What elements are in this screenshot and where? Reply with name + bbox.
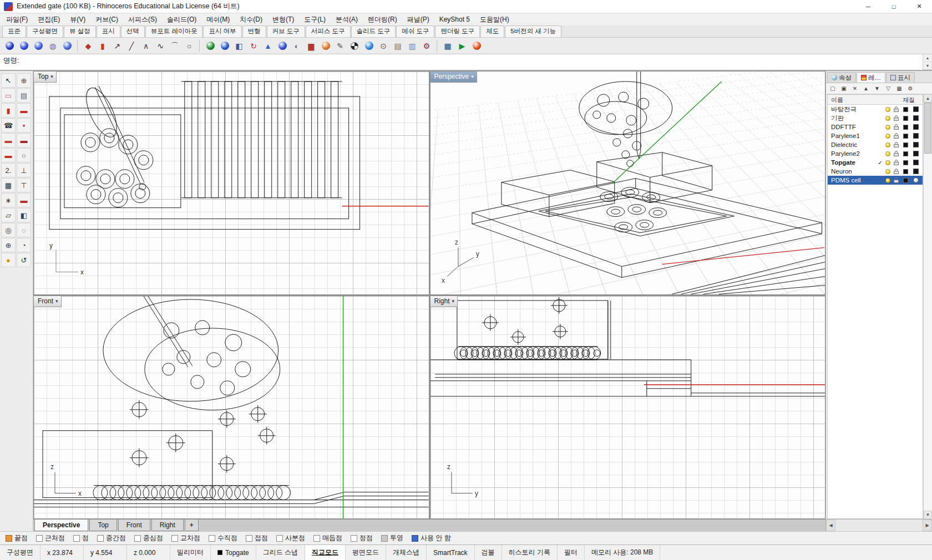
- status-cell-6[interactable]: 그리드 스냅: [256, 545, 305, 560]
- layer-tools-button[interactable]: ⚙: [905, 84, 915, 93]
- phone-button[interactable]: ☎: [1, 118, 16, 133]
- car-red-button[interactable]: ▬: [1, 148, 16, 162]
- paint-spray-button[interactable]: ▮: [1, 103, 16, 118]
- keyshot-render-button[interactable]: ▶: [455, 39, 469, 53]
- status-cell-3[interactable]: z 0.000: [127, 545, 170, 560]
- osnap-item-7[interactable]: 접점: [246, 533, 268, 543]
- eraser-button[interactable]: ▭: [1, 88, 16, 103]
- toolbar-tab-13[interactable]: 제도: [480, 26, 504, 37]
- material-checker-button[interactable]: [348, 39, 361, 53]
- minimize-button[interactable]: ─: [855, 0, 881, 13]
- toolbar-tab-10[interactable]: 솔리드 도구: [351, 26, 396, 37]
- status-cell-7[interactable]: 직교모드: [305, 545, 346, 560]
- osnap-item-6[interactable]: 수직점: [209, 533, 237, 543]
- layer-material-swatch[interactable]: [913, 142, 919, 147]
- zoom-2d-button[interactable]: 2.: [1, 163, 16, 177]
- bar-red-2-button[interactable]: ▬: [17, 133, 31, 147]
- layer-material-swatch[interactable]: [913, 151, 919, 156]
- layer-row[interactable]: Parylene2: [828, 149, 923, 158]
- menu-item-1[interactable]: 편집(E): [33, 13, 65, 26]
- layer-row[interactable]: Topgate✓: [828, 158, 923, 167]
- circle-white-button[interactable]: ○: [17, 148, 31, 162]
- keyshot-animation-button[interactable]: [470, 39, 483, 53]
- layer-material-swatch[interactable]: [913, 106, 919, 112]
- osnap-checkbox[interactable]: [351, 535, 357, 542]
- status-cell-4[interactable]: 밀리미터: [170, 545, 211, 560]
- layer-lock-icon[interactable]: [894, 142, 900, 147]
- viewport-tab-top[interactable]: Top: [89, 520, 116, 531]
- layers-horizontal-scrollbar[interactable]: ◀ ▶: [826, 519, 932, 531]
- status-cell-0[interactable]: 구성평면: [0, 545, 40, 560]
- magnifier-dashed-button[interactable]: ◌: [17, 223, 31, 237]
- rotate-view-button[interactable]: ↺: [17, 253, 31, 267]
- viewport-front-title[interactable]: Front ▾: [34, 296, 62, 307]
- ellipsoid-button[interactable]: [204, 39, 217, 53]
- command-scrollbar[interactable]: ▲ ▼: [923, 54, 932, 70]
- status-cell-14[interactable]: 메모리 사용: 208 MB: [585, 545, 660, 560]
- pin-button[interactable]: ⊥: [17, 163, 31, 177]
- layer-row[interactable]: Neuron: [828, 167, 923, 176]
- technical-display-button[interactable]: [60, 39, 74, 53]
- layer-color-swatch[interactable]: [903, 160, 908, 165]
- toolbar-tab-5[interactable]: 뷰포트 레이아웃: [145, 26, 203, 37]
- zoom-extents-button[interactable]: ⊕: [1, 238, 16, 252]
- scrollbar-track[interactable]: [835, 520, 923, 531]
- cube-3d-button[interactable]: ◧: [17, 208, 31, 222]
- osnap-checkbox[interactable]: [97, 535, 104, 542]
- status-cell-13[interactable]: 필터: [558, 545, 585, 560]
- box-tool-button[interactable]: [276, 39, 289, 53]
- maximize-button[interactable]: □: [881, 0, 906, 13]
- osnap-checkbox[interactable]: [171, 535, 178, 542]
- panel-tab-layers[interactable]: 레…: [857, 72, 885, 83]
- layer-color-swatch[interactable]: [903, 142, 908, 147]
- annotate-tool-button[interactable]: ✎: [333, 39, 347, 53]
- line-button[interactable]: ╱: [125, 39, 138, 53]
- status-cell-12[interactable]: 히스토리 기록: [502, 545, 558, 560]
- toolbar-tab-14[interactable]: 5버전의 새 기능: [505, 26, 561, 37]
- layers-vertical-scrollbar[interactable]: ▲ ▼: [923, 94, 932, 519]
- new-layer-button[interactable]: ▢: [828, 84, 838, 93]
- layer-lock-icon[interactable]: [894, 116, 900, 121]
- panel-tab-display[interactable]: 표시: [886, 72, 915, 83]
- osnap-checkbox[interactable]: [134, 535, 141, 542]
- osnap-checkbox[interactable]: [36, 535, 43, 542]
- osnap-checkbox[interactable]: [6, 535, 12, 542]
- extrude-tool-button[interactable]: ▲: [261, 39, 275, 53]
- layer-lock-icon[interactable]: [894, 125, 900, 130]
- osnap-checkbox[interactable]: [246, 535, 252, 542]
- layer-lock-icon[interactable]: [894, 160, 900, 165]
- torus-tool-button[interactable]: ◐: [290, 39, 303, 53]
- viewport-top[interactable]: y x Top ▾: [34, 72, 429, 294]
- layer-row[interactable]: 바탕전극: [828, 105, 923, 114]
- status-cell-8[interactable]: 평면모드: [346, 545, 386, 560]
- layer-visibility-bulb-icon[interactable]: [885, 134, 890, 139]
- status-cell-1[interactable]: x 23.874: [40, 545, 84, 560]
- layer-color-swatch[interactable]: [903, 107, 908, 112]
- bar-red-1-button[interactable]: ▬: [1, 133, 16, 147]
- layer-material-swatch[interactable]: [913, 124, 919, 130]
- scroll-left-icon[interactable]: ◀: [826, 520, 835, 531]
- scroll-down-icon[interactable]: ▼: [923, 62, 932, 70]
- menu-item-13[interactable]: KeyShot 5: [434, 13, 475, 26]
- select-pointer-button[interactable]: ↖: [1, 73, 16, 88]
- cabinet-tool-button[interactable]: ▤: [391, 39, 404, 53]
- close-button[interactable]: ✕: [906, 0, 932, 13]
- toolbar-tab-4[interactable]: 선택: [121, 26, 145, 37]
- status-cell-5[interactable]: Topgate: [211, 545, 256, 560]
- scrollbar-track[interactable]: [924, 103, 932, 511]
- layer-material-swatch[interactable]: [913, 160, 919, 165]
- osnap-checkbox[interactable]: [73, 535, 80, 542]
- layer-row[interactable]: Parylene1: [828, 131, 923, 140]
- delete-layer-button[interactable]: ✕: [850, 84, 860, 93]
- arc-button[interactable]: ⌒: [168, 39, 181, 53]
- panel-tab-props[interactable]: 속성: [827, 72, 856, 83]
- viewport-tab-right[interactable]: Right: [151, 520, 184, 531]
- menu-item-11[interactable]: 렌더링(R): [363, 13, 402, 26]
- notes-tool-button[interactable]: ▥: [406, 39, 419, 53]
- osnap-item-3[interactable]: 중간점: [97, 533, 126, 543]
- viewport-right-title[interactable]: Right ▾: [430, 296, 458, 307]
- rotate-tool-button[interactable]: ↻: [247, 39, 260, 53]
- layer-row[interactable]: DDFTTF: [828, 123, 923, 131]
- move-layer-down-button[interactable]: ▼: [872, 84, 882, 93]
- layer-color-swatch[interactable]: [903, 134, 908, 139]
